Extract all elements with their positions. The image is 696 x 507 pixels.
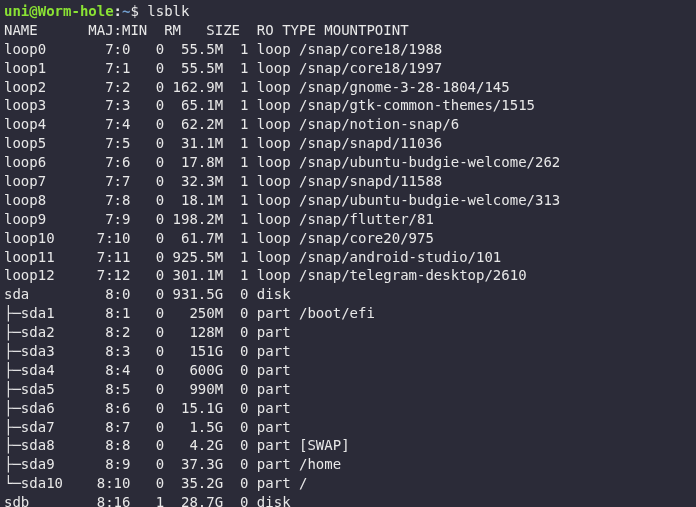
lsblk-row: ├─sda3 8:3 0 151G 0 part [4,342,692,361]
lsblk-row: loop11 7:11 0 925.5M 1 loop /snap/androi… [4,248,692,267]
command-text: lsblk [147,3,189,19]
lsblk-row: ├─sda9 8:9 0 37.3G 0 part /home [4,455,692,474]
prompt-host: Worm-hole [38,3,114,19]
lsblk-row: loop10 7:10 0 61.7M 1 loop /snap/core20/… [4,229,692,248]
prompt-at: @ [29,3,37,19]
lsblk-row: ├─sda8 8:8 0 4.2G 0 part [SWAP] [4,436,692,455]
lsblk-row: loop0 7:0 0 55.5M 1 loop /snap/core18/19… [4,40,692,59]
prompt-line: uni@Worm-hole:~$ lsblk [4,3,189,19]
lsblk-row: └─sda10 8:10 0 35.2G 0 part / [4,474,692,493]
lsblk-row: ├─sda6 8:6 0 15.1G 0 part [4,399,692,418]
terminal-output[interactable]: uni@Worm-hole:~$ lsblk NAME MAJ:MIN RM S… [0,0,696,507]
lsblk-row: loop6 7:6 0 17.8M 1 loop /snap/ubuntu-bu… [4,153,692,172]
lsblk-row: loop8 7:8 0 18.1M 1 loop /snap/ubuntu-bu… [4,191,692,210]
lsblk-header: NAME MAJ:MIN RM SIZE RO TYPE MOUNTPOINT [4,22,409,38]
lsblk-row: loop12 7:12 0 301.1M 1 loop /snap/telegr… [4,266,692,285]
lsblk-row: loop4 7:4 0 62.2M 1 loop /snap/notion-sn… [4,115,692,134]
lsblk-row: ├─sda2 8:2 0 128M 0 part [4,323,692,342]
lsblk-row: loop9 7:9 0 198.2M 1 loop /snap/flutter/… [4,210,692,229]
lsblk-row: ├─sda1 8:1 0 250M 0 part /boot/efi [4,304,692,323]
lsblk-row: loop1 7:1 0 55.5M 1 loop /snap/core18/19… [4,59,692,78]
prompt-dollar: $ [130,3,147,19]
prompt-user: uni [4,3,29,19]
lsblk-row: loop5 7:5 0 31.1M 1 loop /snap/snapd/110… [4,134,692,153]
lsblk-row: loop2 7:2 0 162.9M 1 loop /snap/gnome-3-… [4,78,692,97]
lsblk-rows: loop0 7:0 0 55.5M 1 loop /snap/core18/19… [4,40,692,507]
lsblk-row: ├─sda4 8:4 0 600G 0 part [4,361,692,380]
lsblk-row: sda 8:0 0 931.5G 0 disk [4,285,692,304]
lsblk-row: loop7 7:7 0 32.3M 1 loop /snap/snapd/115… [4,172,692,191]
lsblk-row: loop3 7:3 0 65.1M 1 loop /snap/gtk-commo… [4,96,692,115]
lsblk-row: ├─sda7 8:7 0 1.5G 0 part [4,418,692,437]
lsblk-row: sdb 8:16 1 28.7G 0 disk [4,493,692,507]
lsblk-row: ├─sda5 8:5 0 990M 0 part [4,380,692,399]
prompt-colon: : [114,3,122,19]
